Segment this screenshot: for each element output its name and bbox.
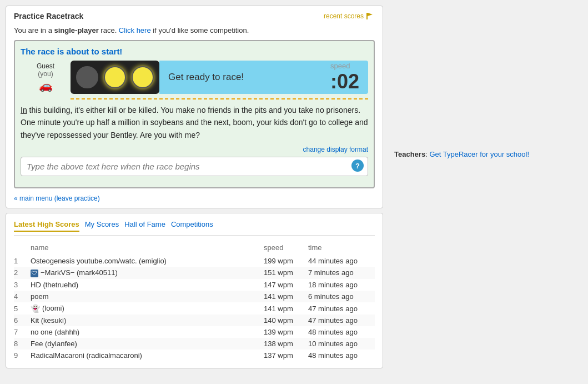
dashed-line [71, 98, 368, 99]
high-scores-box: Latest High Scores My Scores Hall of Fam… [6, 213, 383, 368]
time-cell: 18 minutes ago [308, 279, 375, 291]
col-rank [14, 242, 31, 255]
rank-cell: 8 [14, 338, 31, 350]
scores-table: name speed time 1Osteogenesis youtube.co… [14, 242, 375, 361]
race-area: The race is about to start! Guest (you) … [14, 40, 375, 188]
table-row: 6Kit (kesuki)140 wpm47 minutes ago [14, 315, 375, 326]
svg-marker-1 [368, 13, 373, 16]
ready-banner: Get ready to race! speed :02 [159, 61, 368, 94]
name-cell: 👻(loomi) [31, 302, 264, 315]
racetrack-header: Practice Racetrack recent scores [14, 12, 375, 21]
table-row: 9RadicalMacaroni (radicalmacaroni)137 wp… [14, 350, 375, 361]
help-icon[interactable]: ? [351, 159, 364, 172]
table-row: 3HD (thetruehd)147 wpm18 minutes ago [14, 279, 375, 291]
light-3 [132, 66, 154, 88]
rank-cell: 7 [14, 326, 31, 338]
single-player-info: You are in a single-player race. Click h… [14, 26, 375, 34]
speed-cell: 199 wpm [264, 255, 308, 267]
main-menu-link[interactable]: « main menu (leave practice) [14, 195, 100, 202]
racetrack-box: Practice Racetrack recent scores You are… [6, 6, 383, 208]
car-icon: 🚗 [21, 79, 71, 92]
name-cell: Osteogenesis youtube.com/watc. (emiglio) [31, 255, 264, 267]
col-time: time [308, 242, 375, 255]
speed-cell: 139 wpm [264, 326, 308, 338]
table-row: 5👻(loomi)141 wpm47 minutes ago [14, 302, 375, 315]
speed-cell: 147 wpm [264, 279, 308, 291]
single-player-end: if you'd like some competition. [151, 26, 249, 34]
teachers-label: Teachers [394, 150, 425, 158]
time-cell: 48 minutes ago [308, 326, 375, 338]
speed-cell: 151 wpm [264, 267, 308, 279]
table-row: 1Osteogenesis youtube.com/watc. (emiglio… [14, 255, 375, 267]
tab-latest-high-scores[interactable]: Latest High Scores [14, 220, 79, 232]
col-name: name [31, 242, 264, 255]
racetrack-title: Practice Racetrack [14, 12, 83, 21]
tab-competitions[interactable]: Competitions [171, 220, 213, 232]
name-cell: no one (dahhh) [31, 326, 264, 338]
countdown-area: speed :02 [330, 62, 359, 93]
table-row: 8Fee (dylanfee)138 wpm10 minutes ago [14, 338, 375, 350]
type-input[interactable] [21, 157, 368, 176]
time-cell: 7 minutes ago [308, 267, 375, 279]
main-container: Practice Racetrack recent scores You are… [6, 6, 582, 368]
racer-name: Guest [37, 62, 54, 70]
traffic-lights [71, 61, 159, 94]
countdown: :02 [330, 70, 359, 93]
tab-hall-of-fame[interactable]: Hall of Fame [124, 220, 165, 232]
rank-cell: 5 [14, 302, 31, 315]
recent-scores-link[interactable]: recent scores [324, 12, 375, 20]
race-track-row: Guest (you) 🚗 Get ready to race! [21, 61, 368, 94]
click-here-link[interactable]: Click here [119, 26, 151, 34]
quote-text: In this building, it's either kill or be… [21, 104, 368, 141]
scores-tabs: Latest High Scores My Scores Hall of Fam… [14, 220, 375, 236]
table-row: 7no one (dahhh)139 wpm48 minutes ago [14, 326, 375, 338]
type-input-area: ? [21, 157, 368, 176]
recent-scores-label: recent scores [324, 12, 364, 20]
single-player-bold: single-player [54, 26, 99, 34]
rank-cell: 6 [14, 315, 31, 326]
table-row: 2🛡−MarkVS− (mark40511)151 wpm7 minutes a… [14, 267, 375, 279]
single-player-mid: race. [99, 26, 119, 34]
change-format-link[interactable]: change display format [21, 146, 368, 153]
shield-badge-icon: 🛡 [31, 270, 38, 277]
racer-sub: (you) [38, 70, 53, 78]
teachers-link[interactable]: Get TypeRacer for your school! [429, 150, 529, 158]
speed-cell: 141 wpm [264, 291, 308, 302]
rank-cell: 3 [14, 279, 31, 291]
scores-tbody: 1Osteogenesis youtube.com/watc. (emiglio… [14, 255, 375, 361]
race-starting-banner: The race is about to start! [21, 47, 368, 56]
speed-cell: 141 wpm [264, 302, 308, 315]
name-cell: HD (thetruehd) [31, 279, 264, 291]
rank-cell: 9 [14, 350, 31, 361]
speed-cell: 140 wpm [264, 315, 308, 326]
left-panel: Practice Racetrack recent scores You are… [6, 6, 383, 368]
racer-label: Guest (you) 🚗 [21, 62, 71, 92]
time-cell: 44 minutes ago [308, 255, 375, 267]
name-cell: Fee (dylanfee) [31, 338, 264, 350]
quote-underline: In [21, 106, 27, 114]
table-row: 4poem141 wpm6 minutes ago [14, 291, 375, 302]
name-cell: 🛡−MarkVS− (mark40511) [31, 267, 264, 279]
scores-table-header: name speed time [14, 242, 375, 255]
right-panel: Teachers: Get TypeRacer for your school! [394, 6, 582, 158]
svg-rect-0 [366, 13, 368, 19]
tab-my-scores[interactable]: My Scores [85, 220, 119, 232]
time-cell: 48 minutes ago [308, 350, 375, 361]
teachers-line: Teachers: Get TypeRacer for your school! [394, 150, 582, 158]
rank-cell: 1 [14, 255, 31, 267]
speed-cell: 138 wpm [264, 338, 308, 350]
ghost-badge-icon: 👻 [31, 304, 40, 313]
name-cell: poem [31, 291, 264, 302]
light-2 [104, 66, 126, 88]
rank-cell: 4 [14, 291, 31, 302]
quote-body: this building, it's either kill or be ki… [21, 106, 368, 139]
speed-cell: 137 wpm [264, 350, 308, 361]
col-speed: speed [264, 242, 308, 255]
time-cell: 47 minutes ago [308, 302, 375, 315]
light-1 [76, 66, 98, 88]
time-cell: 47 minutes ago [308, 315, 375, 326]
time-cell: 10 minutes ago [308, 338, 375, 350]
ready-text: Get ready to race! [168, 72, 244, 83]
speed-label: speed [330, 62, 359, 70]
single-player-pre: You are in a [14, 26, 54, 34]
